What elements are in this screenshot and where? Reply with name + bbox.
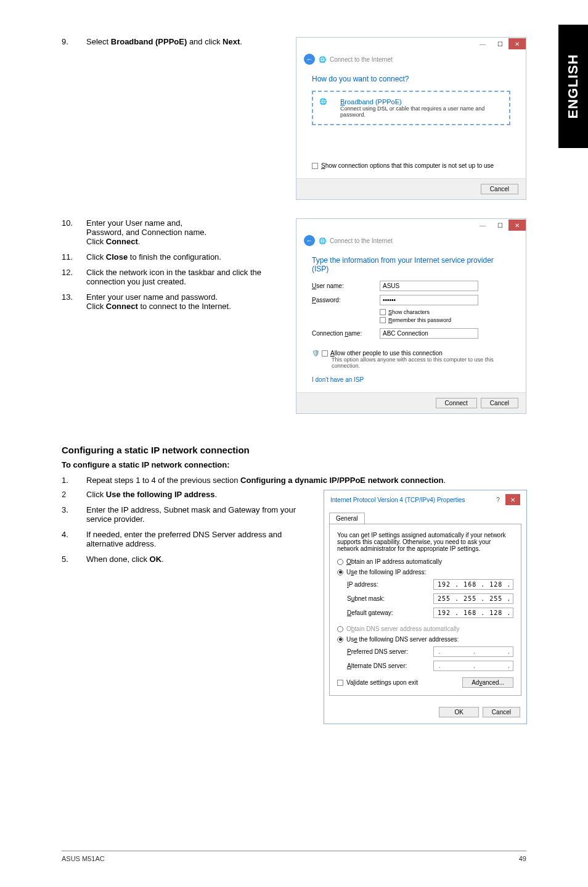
step-10: 10. Enter your User name and, Password, … [62,218,284,246]
globe-small-icon: 🌐 [319,56,326,63]
show-chars-checkbox[interactable] [380,309,386,315]
close-icon[interactable]: ✕ [508,220,526,231]
footer-model: ASUS M51AC [62,855,105,862]
subnet-mask-label: Subnet mask: [347,595,433,602]
remember-label: Remember this password [388,317,451,323]
maximize-icon[interactable]: ☐ [491,220,508,231]
help-icon[interactable]: ? [491,494,505,505]
step-12: 12. Click the network icon in the taskba… [62,268,284,286]
use-following-dns-radio[interactable] [337,637,343,643]
alternate-dns-label: Alternate DNS server: [347,662,433,669]
dialog-breadcrumb: Connect to the Internet [330,56,393,63]
cancel-button[interactable]: Cancel [481,398,518,408]
use-following-ip-radio[interactable] [337,569,343,576]
show-options-checkbox[interactable] [312,163,318,169]
connect-dialog-1: — ☐ ✕ ← 🌐 Connect to the Internet How do… [296,37,526,200]
option-subtitle: Connect using DSL or cable that requires… [340,105,503,118]
step-11: 11. Click Close to finish the configurat… [62,252,284,262]
obtain-ip-auto-radio[interactable] [337,559,343,565]
minimize-icon[interactable]: — [474,220,491,231]
lower-step-5: 5. When done, click OK. [62,555,311,564]
username-label: User name: [312,283,380,289]
general-tab[interactable]: General [329,513,365,524]
validate-label: Validate settings upon exit [346,679,418,686]
use-following-ip-label: Use the following IP address: [346,569,426,576]
preferred-dns-input[interactable] [433,646,513,657]
obtain-ip-auto-label: Obtain an IP address automatically [346,558,442,565]
username-input[interactable] [380,281,478,291]
globe-small-icon: 🌐 [319,237,326,244]
globe-icon: 🌐 [319,98,334,113]
option-title: Broadband (PPPoE) [340,98,503,105]
preferred-dns-label: Preferred DNS server: [347,648,433,655]
props-title: Internet Protocol Version 4 (TCP/IPv4) P… [330,497,465,503]
show-chars-label: Show characters [388,309,430,315]
maximize-icon[interactable]: ☐ [491,38,508,49]
lower-step-2: 2 Click Use the following IP address. [62,490,311,499]
obtain-dns-auto-radio [337,626,343,632]
sub-heading: To configure a static IP network connect… [62,460,526,469]
allow-others-checkbox[interactable] [322,350,328,357]
alternate-dns-input[interactable] [433,661,513,671]
step-13: 13. Enter your user name and password. C… [62,292,284,311]
lower-step-3: 3. Enter the IP address, Subnet mask and… [62,505,311,524]
lower-step-4: 4. If needed, enter the preferred DNS Se… [62,530,311,548]
use-following-dns-label: Use the following DNS server addresses: [346,636,459,643]
connection-name-label: Connection name: [312,330,380,337]
step-9: 9. Select Broadband (PPPoE) and click Ne… [62,37,284,46]
props-description: You can get IP settings assigned automat… [337,532,513,552]
subnet-mask-input[interactable] [433,593,513,604]
dialog-breadcrumb: Connect to the Internet [330,237,393,244]
allow-others-label: Allow other people to use this connectio… [330,350,443,357]
password-label: Password: [312,297,380,303]
ipv4-properties-dialog: Internet Protocol Version 4 (TCP/IPv4) P… [324,490,527,724]
cancel-button[interactable]: Cancel [481,184,518,194]
connect-button[interactable]: Connect [436,398,477,408]
no-isp-link[interactable]: I don't have an ISP [312,376,364,383]
section-heading: Configuring a static IP network connecti… [62,445,526,455]
back-icon[interactable]: ← [304,235,315,246]
dialog-heading: Type the information from your Internet … [312,256,510,273]
gateway-input[interactable] [433,608,513,618]
lower-step-1: 1. Repeat steps 1 to 4 of the previous s… [62,476,526,485]
close-icon[interactable]: ✕ [508,38,526,49]
ok-button[interactable]: OK [439,707,478,717]
remember-checkbox[interactable] [380,317,386,323]
page-footer: ASUS M51AC 49 [62,851,526,862]
minimize-icon[interactable]: — [474,38,491,49]
close-icon[interactable]: ✕ [505,494,520,505]
cancel-button[interactable]: Cancel [483,707,520,717]
obtain-dns-auto-label: Obtain DNS server address automatically [346,625,459,632]
ip-address-label: IP address: [347,581,433,588]
show-options-label: Show connection options that this comput… [321,162,494,169]
allow-others-sub: This option allows anyone with access to… [332,357,510,369]
gateway-label: Default gateway: [347,609,433,616]
dialog-heading: How do you want to connect? [312,75,510,83]
broadband-option[interactable]: 🌐 Broadband (PPPoE) Connect using DSL or… [312,91,510,125]
ip-address-input[interactable] [433,579,513,590]
shield-icon: 🛡️ [312,350,319,357]
connect-dialog-2: — ☐ ✕ ← 🌐 Connect to the Internet Type t… [296,218,526,414]
validate-checkbox[interactable] [337,680,343,686]
footer-page-number: 49 [519,855,526,862]
advanced-button[interactable]: Advanced... [462,677,513,688]
password-input[interactable] [380,295,478,305]
connection-name-input[interactable] [380,328,478,339]
back-icon[interactable]: ← [304,54,315,65]
